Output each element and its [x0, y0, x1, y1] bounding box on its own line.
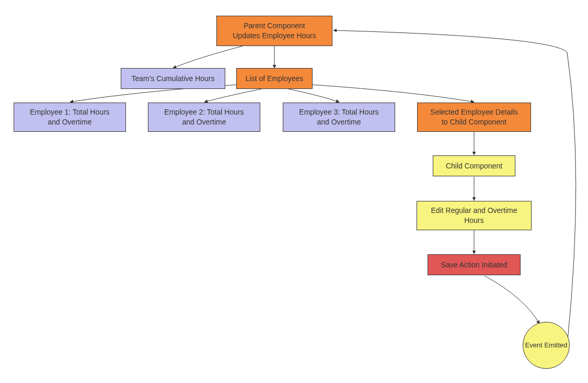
- node-list-employees: List of Employees: [236, 68, 313, 89]
- node-child-label: Child Component: [446, 161, 502, 171]
- node-selected-l1: Selected Employee Details: [430, 107, 517, 117]
- node-emp1-l1: Employee 1: Total Hours: [30, 107, 109, 117]
- node-emp3-l2: and Overtime: [299, 117, 378, 127]
- node-emp1-l2: and Overtime: [30, 117, 109, 127]
- node-team-hours: Team's Cumulative Hours: [121, 68, 225, 89]
- node-save-label: Save Action Initiated: [441, 260, 508, 270]
- node-team-hours-label: Team's Cumulative Hours: [131, 74, 214, 84]
- node-edit-l2: Hours: [431, 216, 517, 226]
- node-parent-component: Parent Component Updates Employee Hours: [216, 16, 332, 46]
- node-edit-hours: Edit Regular and Overtime Hours: [417, 201, 532, 230]
- node-save-action: Save Action Initiated: [428, 254, 521, 275]
- node-edit-l1: Edit Regular and Overtime: [431, 206, 517, 216]
- node-emp3-l1: Employee 3: Total Hours: [299, 107, 378, 117]
- node-employee-1: Employee 1: Total Hours and Overtime: [14, 103, 126, 132]
- node-selected-l2: to Child Component: [430, 117, 517, 127]
- node-event-emitted: Event Emitted: [523, 322, 570, 369]
- node-selected-details: Selected Employee Details to Child Compo…: [417, 103, 531, 132]
- node-parent-line2: Updates Employee Hours: [233, 31, 316, 41]
- node-employee-3: Employee 3: Total Hours and Overtime: [283, 103, 395, 132]
- node-employee-2: Employee 2: Total Hours and Overtime: [148, 103, 260, 132]
- node-emp2-l2: and Overtime: [164, 117, 244, 127]
- diagram-edges: [0, 0, 588, 383]
- node-child-component: Child Component: [433, 155, 515, 176]
- node-event-label: Event Emitted: [525, 341, 568, 350]
- node-list-label: List of Employees: [246, 74, 304, 84]
- node-emp2-l1: Employee 2: Total Hours: [164, 107, 244, 117]
- node-parent-line1: Parent Component: [233, 21, 316, 31]
